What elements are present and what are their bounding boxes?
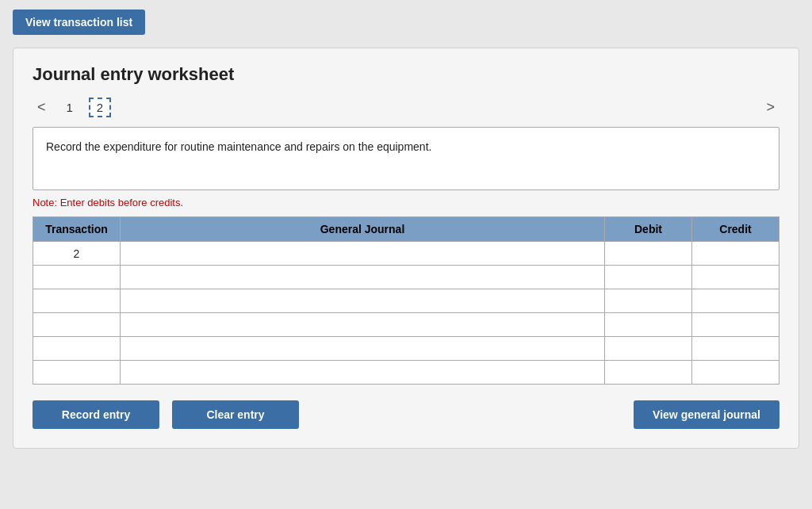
nav-item-1[interactable]: 1: [60, 99, 79, 116]
general-journal-cell[interactable]: [121, 242, 605, 266]
transaction-cell: [33, 289, 121, 313]
credit-cell[interactable]: [692, 266, 779, 289]
table-row: [33, 337, 779, 361]
general-journal-cell[interactable]: [121, 337, 605, 361]
journal-table: Transaction General Journal Debit Credit…: [33, 216, 779, 385]
transaction-cell: [33, 313, 121, 337]
note-text: Note: Enter debits before credits.: [33, 197, 779, 209]
table-row: 2: [33, 242, 779, 266]
debit-cell[interactable]: [605, 313, 692, 337]
record-entry-button[interactable]: Record entry: [33, 400, 159, 429]
main-container: Journal entry worksheet < 1 2 > Record t…: [13, 48, 799, 449]
credit-input[interactable]: [692, 337, 779, 360]
description-box: Record the expenditure for routine maint…: [33, 127, 779, 190]
credit-input[interactable]: [692, 289, 779, 312]
general-journal-cell[interactable]: [121, 361, 605, 385]
general-journal-cell[interactable]: [121, 289, 605, 313]
col-header-general-journal: General Journal: [121, 217, 605, 242]
table-row: [33, 313, 779, 337]
col-header-transaction: Transaction: [33, 217, 121, 242]
transaction-cell: [33, 337, 121, 361]
view-general-journal-button[interactable]: View general journal: [634, 400, 779, 429]
transaction-cell: 2: [33, 242, 121, 266]
credit-input[interactable]: [692, 313, 779, 336]
general-journal-input[interactable]: [121, 313, 604, 336]
debit-input[interactable]: [605, 361, 691, 384]
nav-row: < 1 2 >: [33, 98, 779, 117]
col-header-credit: Credit: [692, 217, 779, 242]
table-row: [33, 289, 779, 313]
col-header-debit: Debit: [605, 217, 692, 242]
debit-input[interactable]: [605, 289, 691, 312]
debit-cell[interactable]: [605, 361, 692, 385]
credit-cell[interactable]: [692, 242, 779, 266]
debit-input[interactable]: [605, 266, 691, 289]
nav-next-button[interactable]: >: [761, 98, 779, 117]
debit-cell[interactable]: [605, 337, 692, 361]
credit-cell[interactable]: [692, 337, 779, 361]
general-journal-input[interactable]: [121, 266, 604, 289]
nav-prev-button[interactable]: <: [33, 98, 51, 117]
general-journal-input[interactable]: [121, 361, 604, 384]
credit-cell[interactable]: [692, 289, 779, 313]
debit-input[interactable]: [605, 313, 691, 336]
table-row: [33, 266, 779, 289]
bottom-buttons: Record entry Clear entry View general jo…: [33, 400, 779, 429]
general-journal-cell[interactable]: [121, 313, 605, 337]
debit-input[interactable]: [605, 337, 691, 360]
credit-cell[interactable]: [692, 313, 779, 337]
credit-input[interactable]: [692, 242, 779, 265]
general-journal-input[interactable]: [121, 289, 604, 312]
page-title: Journal entry worksheet: [33, 64, 779, 85]
clear-entry-button[interactable]: Clear entry: [172, 400, 299, 429]
table-row: [33, 361, 779, 385]
credit-cell[interactable]: [692, 361, 779, 385]
debit-input[interactable]: [605, 242, 691, 265]
general-journal-input[interactable]: [121, 242, 604, 265]
credit-input[interactable]: [692, 266, 779, 289]
general-journal-cell[interactable]: [121, 266, 605, 289]
nav-item-2[interactable]: 2: [89, 98, 111, 117]
transaction-cell: [33, 266, 121, 289]
general-journal-input[interactable]: [121, 337, 604, 360]
debit-cell[interactable]: [605, 289, 692, 313]
top-bar: View transaction list: [0, 0, 812, 44]
view-transaction-button[interactable]: View transaction list: [13, 10, 145, 35]
credit-input[interactable]: [692, 361, 779, 384]
transaction-cell: [33, 361, 121, 385]
debit-cell[interactable]: [605, 242, 692, 266]
debit-cell[interactable]: [605, 266, 692, 289]
